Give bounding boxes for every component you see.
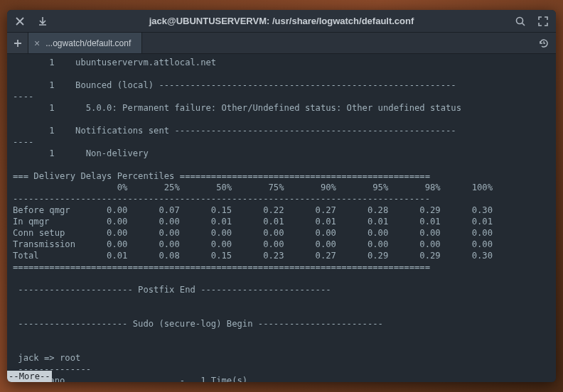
output-line: 1 ubuntuservervm.attlocal.net (13, 58, 216, 67)
output-line: ---------------------- Postfix End -----… (13, 285, 331, 295)
output-line: Conn setup 0.00 0.00 0.00 0.00 0.00 0.00… (13, 228, 493, 238)
pager-prompt[interactable]: --More-- (7, 371, 52, 382)
fullscreen-icon[interactable] (537, 16, 549, 27)
output-line: --------------------- Sudo (secure-log) … (13, 319, 383, 329)
terminal-output[interactable]: 1 ubuntuservervm.attlocal.net 1 Bounced … (7, 54, 556, 382)
tabbar: × ...ogwatch/default.conf (7, 33, 556, 54)
output-line: 1 Non-delivery (13, 148, 149, 158)
tabbar-spacer (142, 33, 532, 53)
tab-close-icon[interactable]: × (34, 38, 40, 49)
output-line: ========================================… (13, 262, 430, 272)
terminal-window: jack@UBUNTUSERVERVM: /usr/share/logwatch… (7, 10, 556, 382)
output-line: Transmission 0.00 0.00 0.00 0.00 0.00 0.… (13, 239, 493, 249)
output-line: 1 5.0.0: Permanent failure: Other/Undefi… (13, 103, 461, 113)
output-line: Total 0.01 0.08 0.15 0.23 0.27 0.29 0.29… (13, 251, 493, 261)
window-title: jack@UBUNTUSERVERVM: /usr/share/logwatch… (48, 16, 515, 26)
history-icon[interactable] (532, 33, 556, 53)
svg-point-0 (517, 17, 523, 23)
tab-active[interactable]: × ...ogwatch/default.conf (28, 33, 142, 53)
output-line: === Delivery Delays Percentiles ========… (13, 171, 430, 181)
titlebar: jack@UBUNTUSERVERVM: /usr/share/logwatch… (7, 10, 556, 33)
output-line: jack => root (13, 353, 80, 363)
download-icon[interactable] (37, 16, 48, 27)
output-line: ----------------------------------------… (13, 194, 430, 204)
output-line: In qmgr 0.00 0.00 0.01 0.01 0.01 0.01 0.… (13, 217, 493, 227)
output-line: Before qmgr 0.00 0.07 0.15 0.22 0.27 0.2… (13, 205, 493, 215)
output-line: 0% 25% 50% 75% 90% 95% 98% 100% (13, 183, 493, 192)
search-icon[interactable] (515, 16, 526, 27)
output-line: 1 Notifications sent -------------------… (13, 126, 456, 136)
output-line: ---- (13, 137, 33, 147)
close-icon[interactable] (14, 16, 26, 27)
tab-label: ...ogwatch/default.conf (45, 38, 131, 48)
output-line: ---- (13, 92, 33, 102)
new-tab-button[interactable] (7, 33, 28, 53)
output-line: 1 Bounced (local) ----------------------… (13, 80, 456, 90)
